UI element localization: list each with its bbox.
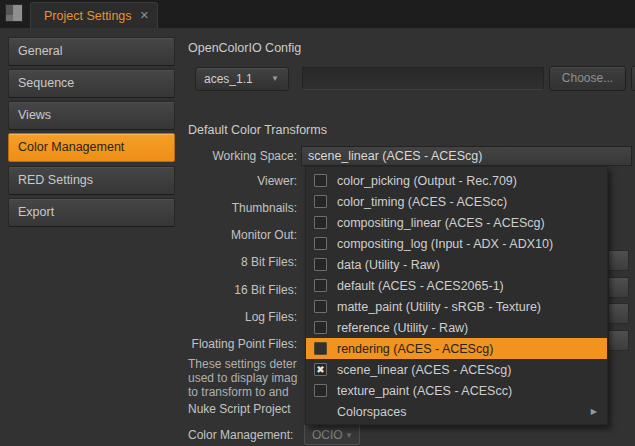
ocio-config-value: aces_1.1 <box>204 72 253 86</box>
viewer-label: Viewer: <box>257 174 297 188</box>
menu-item-label: matte_paint (Utility - sRGB - Texture) <box>337 300 541 314</box>
menu-item-default[interactable]: default (ACES - ACES2065-1) <box>306 275 607 296</box>
settings-info-line-1: These settings deter <box>188 357 297 371</box>
menu-item-label: color_timing (ACES - ACEScc) <box>337 195 507 209</box>
menu-item-label: rendering (ACES - ACEScg) <box>337 342 493 356</box>
tab-project-settings[interactable]: Project Settings ✕ <box>30 2 158 28</box>
menu-item-label: texture_paint (ACES - ACEScc) <box>337 384 512 398</box>
8bit-files-dropdown-edge[interactable] <box>609 250 629 271</box>
16bit-files-label: 16 Bit Files: <box>234 283 297 297</box>
menu-item-compositing-log[interactable]: compositing_log (Input - ADX - ADX10) <box>306 233 607 254</box>
ocio-config-title: OpenColorIO Config <box>188 41 301 55</box>
floating-point-files-label: Floating Point Files: <box>192 337 297 351</box>
floating-point-files-dropdown-edge[interactable] <box>609 330 629 351</box>
working-space-label: Working Space: <box>213 149 298 163</box>
menu-item-data[interactable]: data (Utility - Raw) <box>306 254 607 275</box>
checkbox[interactable] <box>314 258 327 271</box>
checkbox[interactable] <box>314 342 327 355</box>
tab-bar: Project Settings ✕ <box>0 0 635 28</box>
close-icon[interactable]: ✕ <box>140 9 149 22</box>
8bit-files-label: 8 Bit Files: <box>241 255 297 269</box>
submenu-arrow-icon: ▶ <box>591 407 597 416</box>
sidebar-item-views[interactable]: Views <box>8 101 175 130</box>
color-management-value: OCIO <box>312 428 343 442</box>
sidebar-item-sequence[interactable]: Sequence <box>8 69 175 98</box>
menu-item-color-timing[interactable]: color_timing (ACES - ACEScc) <box>306 191 607 212</box>
settings-info-line-2: used to display imag <box>188 371 297 385</box>
menu-item-compositing-linear[interactable]: compositing_linear (ACES - ACEScg) <box>306 212 607 233</box>
ocio-config-dropdown[interactable]: aces_1.1 ▼ <box>195 67 289 91</box>
choose-button[interactable]: Choose... <box>549 66 626 91</box>
ocio-path-input[interactable] <box>302 67 544 90</box>
menu-item-colorspaces[interactable]: Colorspaces ▶ <box>306 401 607 422</box>
checkbox[interactable] <box>314 195 327 208</box>
menu-item-label: reference (Utility - Raw) <box>337 321 468 335</box>
sidebar-item-red-settings[interactable]: RED Settings <box>8 166 175 195</box>
menu-item-color-picking[interactable]: color_picking (Output - Rec.709) <box>306 170 607 191</box>
menu-item-matte-paint[interactable]: matte_paint (Utility - sRGB - Texture) <box>306 296 607 317</box>
log-files-dropdown-edge[interactable] <box>609 303 629 324</box>
checkbox[interactable] <box>314 279 327 292</box>
reload-button-partial[interactable] <box>631 66 635 91</box>
menu-item-label: compositing_log (Input - ADX - ADX10) <box>337 237 553 251</box>
color-management-label: Color Management: <box>188 428 293 442</box>
checkbox[interactable] <box>314 300 327 313</box>
sidebar-item-export[interactable]: Export <box>8 198 175 227</box>
chevron-down-icon: ▼ <box>271 74 279 83</box>
menu-item-scene-linear[interactable]: ✖ scene_linear (ACES - ACEScg) <box>306 359 607 380</box>
checkbox[interactable] <box>314 216 327 229</box>
menu-item-label: color_picking (Output - Rec.709) <box>337 174 517 188</box>
working-space-menu: color_picking (Output - Rec.709) color_t… <box>305 166 608 425</box>
checkbox[interactable] <box>314 174 327 187</box>
menu-item-label: data (Utility - Raw) <box>337 258 440 272</box>
color-management-dropdown[interactable]: OCIO ▼ <box>304 424 360 445</box>
menu-item-label: compositing_linear (ACES - ACEScg) <box>337 216 545 230</box>
menu-item-label: default (ACES - ACES2065-1) <box>337 279 504 293</box>
checkbox[interactable] <box>314 237 327 250</box>
sidebar-item-general[interactable]: General <box>8 37 175 66</box>
project-settings-window: Project Settings ✕ General Sequence View… <box>0 0 635 446</box>
chevron-down-icon: ▼ <box>345 431 353 440</box>
log-files-label: Log Files: <box>245 310 297 324</box>
menu-item-reference[interactable]: reference (Utility - Raw) <box>306 317 607 338</box>
settings-info-line-3: to transform to and <box>188 385 289 399</box>
working-space-dropdown[interactable]: scene_linear (ACES - ACEScg) <box>301 146 632 166</box>
tab-label: Project Settings <box>44 9 132 23</box>
16bit-files-dropdown-edge[interactable] <box>609 277 629 298</box>
checkbox[interactable] <box>314 384 327 397</box>
nuke-script-project-label: Nuke Script Project <box>188 402 291 416</box>
thumbnails-label: Thumbnails: <box>232 201 297 215</box>
default-transforms-title: Default Color Transforms <box>188 123 327 137</box>
pane-layout-icon[interactable] <box>5 4 23 22</box>
menu-item-texture-paint[interactable]: texture_paint (ACES - ACEScc) <box>306 380 607 401</box>
checkbox-checked-icon[interactable]: ✖ <box>314 363 327 376</box>
checkbox[interactable] <box>314 321 327 334</box>
sidebar-item-color-management[interactable]: Color Management <box>8 133 175 162</box>
working-space-value: scene_linear (ACES - ACEScg) <box>308 149 482 163</box>
menu-item-label: Colorspaces <box>337 405 406 419</box>
menu-item-rendering[interactable]: rendering (ACES - ACEScg) <box>306 338 607 359</box>
menu-item-label: scene_linear (ACES - ACEScg) <box>337 363 511 377</box>
monitor-out-label: Monitor Out: <box>231 228 297 242</box>
